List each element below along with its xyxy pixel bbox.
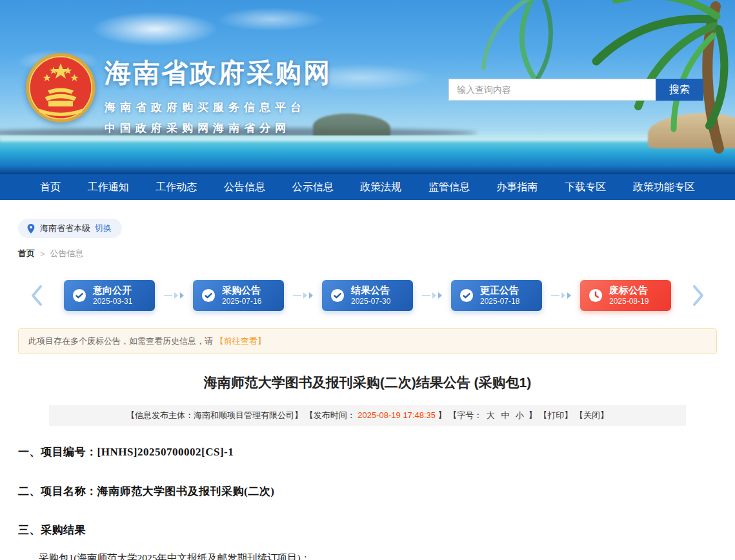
site-subtitle-2: 中国政府采购网海南省分网: [105, 121, 332, 135]
page-title: 海南师范大学图书及报刊采购(二次)结果公告 (采购包1): [18, 374, 717, 392]
site-subtitle-1: 海南省政府购买服务信息平台: [105, 100, 332, 115]
card-title: 结果公告: [351, 285, 390, 295]
card-date: 2025-07-16: [222, 297, 261, 306]
nav-item-work-updates[interactable]: 工作动态: [156, 174, 197, 200]
region-name: 海南省省本级: [40, 223, 90, 234]
search-box: 搜索: [448, 79, 703, 101]
breadcrumb: 首页 > 公告信息: [18, 248, 717, 259]
nav-item-downloads[interactable]: 下载专区: [565, 174, 606, 200]
timeline-arrow: [413, 292, 451, 299]
check-circle-icon: [459, 288, 474, 303]
check-circle-icon: [330, 288, 345, 303]
timeline-card-procurement[interactable]: 采购公告 2025-07-16: [193, 280, 284, 311]
section-project-name: 二、项目名称：海南师范大学图书及报刊采购(二次): [18, 484, 717, 499]
timeline-arrow: [155, 292, 193, 299]
timeline-card-result[interactable]: 结果公告 2025-07-30: [322, 280, 413, 311]
card-date: 2025-03-31: [93, 297, 132, 306]
site-banner: 海南省政府采购网 海南省政府购买服务信息平台 中国政府采购网海南省分网 搜索: [0, 0, 735, 174]
announcement-timeline: 意向公开 2025-03-31 采购公告 2025-07-16: [18, 275, 717, 315]
fontsize-suffix: 】: [529, 410, 537, 420]
check-circle-icon: [72, 288, 86, 303]
site-title: 海南省政府采购网: [105, 55, 332, 91]
publish-time: 2025-08-19 17:48:35: [357, 410, 436, 420]
nav-item-publicity[interactable]: 公示信息: [292, 174, 334, 200]
section-project-number: 一、项目编号：[HNHS]20250700002[CS]-1: [18, 445, 717, 459]
font-size-medium-button[interactable]: 中: [501, 410, 509, 420]
nav-item-service-guide[interactable]: 办事指南: [497, 174, 538, 200]
region-selector[interactable]: 海南省省本级 切换: [18, 219, 122, 238]
banner-titles: 海南省政府采购网 海南省政府购买服务信息平台 中国政府采购网海南省分网: [105, 55, 332, 135]
history-notice-bar: 此项目存在多个废标公告，如需查看历史信息，请 【前往查看】: [18, 328, 717, 354]
check-circle-icon: [201, 288, 216, 303]
chevron-left-icon[interactable]: [28, 283, 45, 308]
search-button[interactable]: 搜索: [656, 79, 703, 101]
map-pin-icon: [26, 223, 35, 234]
nav-item-announcements[interactable]: 公告信息: [224, 174, 265, 200]
nav-item-policy-functions[interactable]: 政策功能专区: [633, 174, 695, 200]
notice-text: 此项目存在多个废标公告，如需查看历史信息，请: [28, 336, 213, 346]
card-date: 2025-08-19: [609, 297, 649, 306]
close-button[interactable]: 【关闭】: [575, 410, 609, 420]
nav-item-policies[interactable]: 政策法规: [360, 174, 401, 200]
timeline-card-intent[interactable]: 意向公开 2025-03-31: [64, 280, 155, 311]
card-title: 废标公告: [609, 285, 649, 295]
chevron-right-icon[interactable]: [690, 283, 707, 308]
breadcrumb-home[interactable]: 首页: [18, 248, 35, 259]
timeline-arrow: [542, 292, 580, 299]
region-switch-link[interactable]: 切换: [95, 223, 112, 234]
publisher-label: 【信息发布主体：海南和顺项目管理有限公司】: [126, 410, 303, 420]
article-body: 一、项目编号：[HNHS]20250700002[CS]-1 二、项目名称：海南…: [18, 445, 717, 560]
nav-item-home[interactable]: 首页: [40, 174, 61, 200]
publish-time-prefix: 【发布时间：: [305, 410, 356, 420]
wave-foam: [0, 138, 735, 141]
section-procurement-result: 三、采购结果: [18, 523, 717, 537]
notice-go-view-link[interactable]: 【前往查看】: [216, 336, 266, 346]
timeline-card-cancellation[interactable]: 废标公告 2025-08-19: [580, 280, 671, 311]
timeline-card-correction[interactable]: 更正公告 2025-07-18: [451, 280, 542, 311]
nav-item-supervision[interactable]: 监管信息: [428, 174, 470, 200]
nav-item-work-notices[interactable]: 工作通知: [88, 174, 129, 200]
card-title: 意向公开: [93, 285, 132, 295]
ocean-band: [0, 135, 735, 174]
font-size-large-button[interactable]: 大: [487, 410, 495, 420]
publish-time-suffix: 】: [438, 410, 447, 420]
main-content: 海南省省本级 切换 首页 > 公告信息 意向公开 2025-03-31: [0, 200, 735, 560]
timeline-arrow: [284, 292, 322, 299]
card-title: 采购公告: [222, 285, 261, 295]
font-size-small-button[interactable]: 小: [516, 410, 524, 420]
card-date: 2025-07-30: [351, 297, 390, 306]
main-navbar: 首页 工作通知 工作动态 公告信息 公示信息 政策法规 监管信息 办事指南 下载…: [0, 174, 735, 200]
package-line: 采购包1(海南师范大学2025年中文报纸及邮发期刊续订项目)：: [18, 552, 717, 560]
breadcrumb-current: 公告信息: [50, 248, 84, 259]
breadcrumb-separator: >: [40, 249, 45, 259]
search-input[interactable]: [448, 79, 656, 101]
timeline-cards: 意向公开 2025-03-31 采购公告 2025-07-16: [64, 280, 671, 311]
fontsize-prefix: 【字号：: [448, 410, 482, 420]
print-button[interactable]: 【打印】: [539, 410, 572, 420]
article-meta-bar: 【信息发布主体：海南和顺项目管理有限公司】 【发布时间： 2025-08-19 …: [49, 405, 686, 426]
clock-icon: [589, 288, 603, 303]
card-title: 更正公告: [480, 285, 519, 295]
china-national-emblem-icon: [25, 52, 97, 124]
card-date: 2025-07-18: [480, 297, 519, 306]
